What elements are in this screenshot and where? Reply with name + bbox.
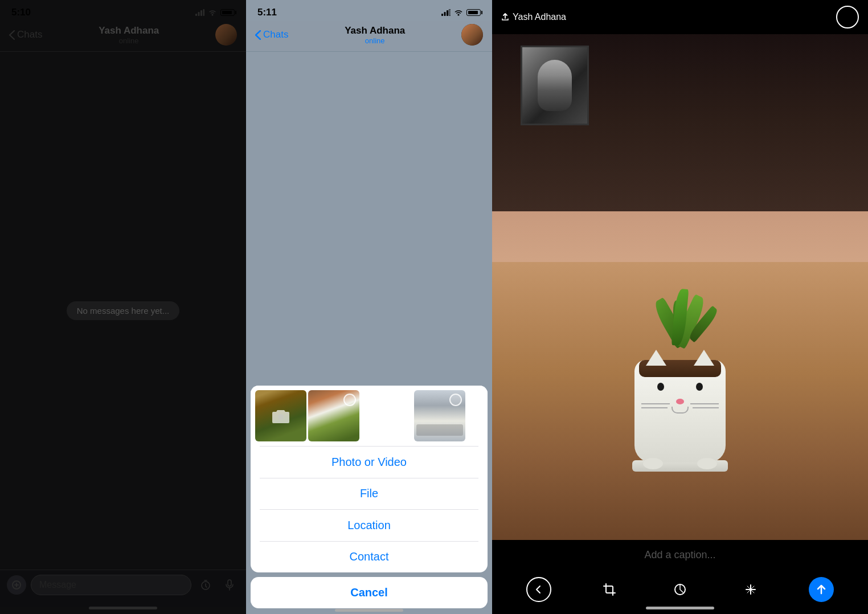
cat-eye-left — [657, 383, 664, 391]
cat-planter-scene — [492, 34, 868, 540]
selection-circle-3 — [396, 394, 409, 406]
photo-viewer — [492, 34, 868, 540]
send-button[interactable] — [809, 577, 834, 602]
planter-body — [634, 360, 726, 462]
action-sheet-main: Photo or Video File Location Contact — [251, 386, 488, 572]
svg-point-13 — [278, 414, 284, 420]
status-bar-2: 5:11 — [246, 0, 492, 21]
chat-subtitle-2: online — [288, 36, 461, 45]
back-edit-button[interactable] — [526, 577, 551, 602]
svg-rect-9 — [444, 12, 446, 16]
action-photo-video[interactable]: Photo or Video — [251, 447, 488, 478]
capture-button[interactable] — [836, 6, 859, 28]
recipient-name: Yash Adhana — [513, 12, 566, 22]
back-arrow-icon — [534, 584, 544, 595]
send-icon — [816, 584, 827, 595]
camera-icon — [272, 408, 289, 423]
upload-icon — [501, 13, 509, 21]
markup-button[interactable] — [738, 577, 763, 602]
action-location[interactable]: Location — [251, 510, 488, 541]
status-icons-2 — [441, 9, 481, 16]
svg-rect-8 — [441, 14, 443, 16]
action-contact[interactable]: Contact — [251, 541, 488, 572]
image-top-bar: Yash Adhana — [492, 0, 868, 34]
selection-circle-4 — [449, 394, 462, 406]
face-silhouette — [538, 60, 572, 111]
planter-container — [634, 360, 726, 462]
cat-whisker-left — [641, 403, 670, 404]
signal-icon-2 — [441, 9, 451, 16]
crop-button[interactable] — [597, 577, 622, 602]
action-file[interactable]: File — [251, 478, 488, 509]
thumb-4-text — [416, 424, 463, 436]
frame-inner — [522, 47, 587, 124]
cat-planter — [629, 280, 731, 472]
recipient-label: Yash Adhana — [501, 12, 566, 22]
scene-frame — [521, 46, 589, 125]
cat-whisker-right — [690, 403, 719, 404]
cat-eye-right — [696, 383, 703, 391]
svg-point-12 — [457, 14, 459, 15]
dim-overlay — [0, 0, 246, 614]
caption-bar[interactable]: Add a caption... — [492, 540, 868, 570]
action-sheet: Photo or Video File Location Contact Can… — [246, 386, 492, 614]
back-button-2[interactable]: Chats — [255, 29, 288, 40]
cat-nose — [676, 399, 684, 404]
nav-bar-2: Chats Yash Adhana online — [246, 21, 492, 52]
cat-paw-right — [697, 458, 717, 469]
back-label-2: Chats — [263, 29, 288, 40]
svg-rect-11 — [449, 9, 451, 16]
avatar-2[interactable] — [461, 24, 483, 46]
chat-title-2: Yash Adhana — [288, 25, 461, 36]
photo-thumb-4[interactable] — [414, 390, 465, 441]
markup-icon — [744, 583, 757, 596]
action-cancel[interactable]: Cancel — [251, 577, 488, 608]
wifi-icon-2 — [454, 9, 463, 16]
photo-thumb-2[interactable] — [308, 390, 359, 441]
avatar-face-2 — [461, 24, 483, 46]
cat-paw-left — [643, 458, 663, 469]
edit-toolbar — [492, 570, 868, 607]
thumb-3-line — [371, 415, 402, 417]
cat-ear-right — [694, 350, 714, 366]
nav-center-2: Yash Adhana online — [288, 25, 461, 45]
photo-thumb-1[interactable] — [255, 390, 306, 441]
cat-ear-left — [646, 350, 666, 366]
svg-rect-10 — [447, 10, 448, 16]
filter-icon — [674, 583, 686, 596]
panel-image-preview: Yash Adhana — [492, 0, 868, 614]
crop-icon — [603, 583, 616, 596]
selection-circle-2 — [343, 394, 356, 406]
panel-chat-dimmed: 5:10 Chats Yash Adhana — [0, 0, 246, 614]
cat-whisker-left-2 — [641, 407, 668, 408]
filter-button[interactable] — [668, 577, 693, 602]
cat-mouth — [672, 407, 689, 414]
battery-icon-2 — [466, 9, 481, 16]
camera-overlay — [255, 390, 306, 441]
planter-plant — [629, 280, 731, 360]
panel-action-sheet: 5:11 Chats Yash Adhana onl — [246, 0, 492, 614]
home-indicator-3 — [646, 607, 714, 609]
status-time-2: 5:11 — [257, 7, 277, 18]
photo-strip — [251, 386, 488, 446]
photo-thumb-3[interactable] — [361, 390, 412, 441]
cat-whisker-right-2 — [693, 407, 719, 408]
thumb-1-image — [255, 390, 306, 441]
